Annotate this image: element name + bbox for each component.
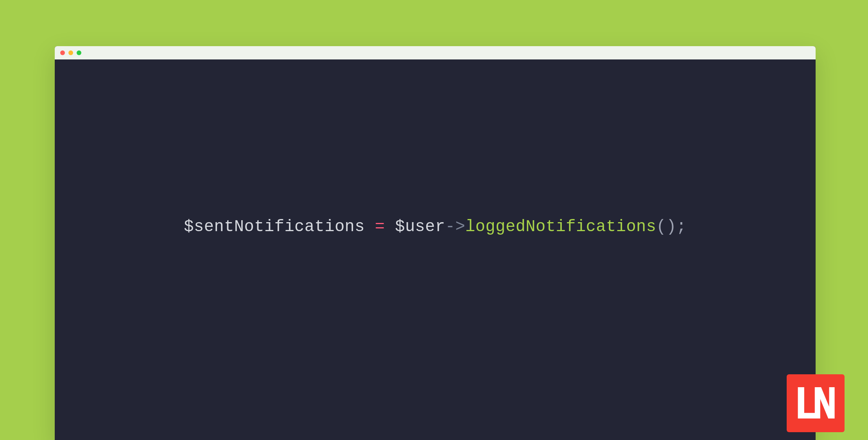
maximize-icon[interactable]	[77, 50, 81, 55]
token-space	[385, 217, 395, 236]
minimize-icon[interactable]	[68, 50, 73, 55]
ln-logo-icon	[794, 382, 837, 424]
code-line: $sentNotifications = $user->loggedNotifi…	[184, 217, 686, 236]
code-area: $sentNotifications = $user->loggedNotifi…	[55, 59, 816, 440]
token-arrow: ->	[445, 217, 465, 236]
token-space	[365, 217, 375, 236]
token-variable: $user	[395, 217, 445, 236]
token-method: loggedNotifications	[465, 217, 656, 236]
laravel-news-badge	[787, 374, 845, 432]
code-window: $sentNotifications = $user->loggedNotifi…	[55, 46, 816, 440]
close-icon[interactable]	[60, 50, 65, 55]
token-parens-semicolon: ();	[656, 217, 687, 236]
token-operator-equals: =	[375, 217, 385, 236]
window-titlebar	[55, 46, 816, 59]
token-variable: $sentNotifications	[184, 217, 365, 236]
